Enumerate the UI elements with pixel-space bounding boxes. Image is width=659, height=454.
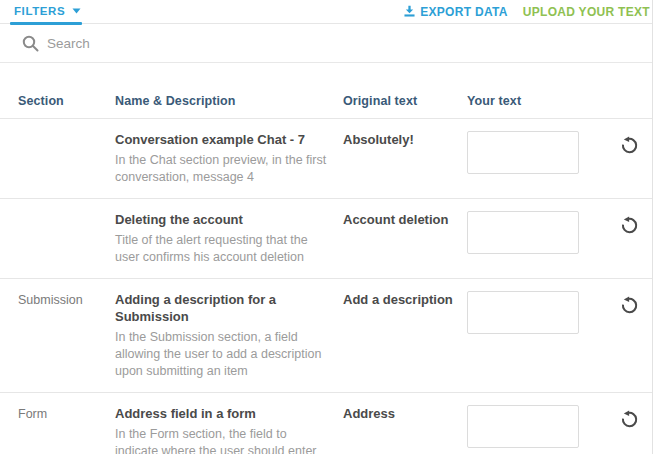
- row-action-cell: [590, 291, 652, 380]
- row-original-text: Address: [343, 405, 467, 454]
- search-bar: [0, 24, 652, 63]
- table-row: Submission Adding a description for a Su…: [0, 279, 652, 393]
- filters-label: FILTERS: [14, 5, 65, 17]
- row-your-text-cell: [467, 291, 590, 380]
- search-icon: [22, 35, 39, 52]
- upload-your-text-button[interactable]: UPLOAD YOUR TEXT: [523, 5, 650, 19]
- undo-icon: [620, 216, 639, 235]
- row-name: Conversation example Chat - 7: [115, 131, 329, 148]
- undo-button[interactable]: [620, 296, 639, 315]
- header-actions: [590, 94, 652, 108]
- localization-page: FILTERS EXPORT DATA UPLOAD YOUR TEXT: [0, 0, 653, 454]
- row-description: In the Form section, the field to indica…: [115, 426, 329, 454]
- export-data-button[interactable]: EXPORT DATA: [403, 5, 508, 19]
- row-action-cell: [590, 211, 652, 266]
- table-row: Form Address field in a form In the Form…: [0, 393, 652, 454]
- filters-dropdown[interactable]: FILTERS: [14, 5, 81, 19]
- your-text-input[interactable]: [467, 131, 579, 174]
- row-name: Adding a description for a Submission: [115, 291, 329, 325]
- row-section-label: [18, 131, 115, 186]
- undo-icon: [620, 410, 639, 429]
- table-header: Section Name & Description Original text…: [0, 63, 652, 119]
- chevron-down-icon: [72, 8, 81, 14]
- row-name-description-cell: Conversation example Chat - 7 In the Cha…: [115, 131, 343, 186]
- row-name-description-cell: Adding a description for a Submission In…: [115, 291, 343, 380]
- row-your-text-cell: [467, 131, 590, 186]
- row-your-text-cell: [467, 405, 590, 454]
- row-action-cell: [590, 405, 652, 454]
- row-description: In the Submission section, a field allow…: [115, 329, 329, 380]
- undo-button[interactable]: [620, 216, 639, 235]
- row-section-label: Form: [18, 405, 115, 454]
- your-text-input[interactable]: [467, 405, 579, 448]
- table-body: Conversation example Chat - 7 In the Cha…: [0, 119, 652, 454]
- download-icon: [403, 5, 416, 18]
- header-your-text: Your text: [467, 94, 590, 108]
- undo-icon: [620, 136, 639, 155]
- row-original-text: Account deletion: [343, 211, 467, 266]
- upload-your-text-label: UPLOAD YOUR TEXT: [523, 5, 650, 19]
- row-section-label: Submission: [18, 291, 115, 380]
- topbar: FILTERS EXPORT DATA UPLOAD YOUR TEXT: [0, 0, 652, 24]
- your-text-input[interactable]: [467, 291, 579, 334]
- row-description: In the Chat section preview, in the firs…: [115, 152, 329, 186]
- row-name-description-cell: Address field in a form In the Form sect…: [115, 405, 343, 454]
- export-data-label: EXPORT DATA: [420, 5, 508, 19]
- header-original-text: Original text: [343, 94, 467, 108]
- table-row: Deleting the account Title of the alert …: [0, 199, 652, 279]
- row-original-text: Absolutely!: [343, 131, 467, 186]
- your-text-input[interactable]: [467, 211, 579, 254]
- row-description: Title of the alert requesting that the u…: [115, 232, 329, 266]
- row-section-label: [18, 211, 115, 266]
- row-name: Address field in a form: [115, 405, 329, 422]
- row-name: Deleting the account: [115, 211, 329, 228]
- row-your-text-cell: [467, 211, 590, 266]
- search-input[interactable]: [47, 36, 447, 51]
- row-action-cell: [590, 131, 652, 186]
- header-name-description: Name & Description: [115, 94, 343, 108]
- header-section: Section: [18, 94, 115, 108]
- active-tab-underline: [10, 22, 82, 25]
- undo-icon: [620, 296, 639, 315]
- undo-button[interactable]: [620, 136, 639, 155]
- row-original-text: Add a description: [343, 291, 467, 380]
- topbar-actions: EXPORT DATA UPLOAD YOUR TEXT: [403, 5, 650, 19]
- undo-button[interactable]: [620, 410, 639, 429]
- table-row: Conversation example Chat - 7 In the Cha…: [0, 119, 652, 199]
- row-name-description-cell: Deleting the account Title of the alert …: [115, 211, 343, 266]
